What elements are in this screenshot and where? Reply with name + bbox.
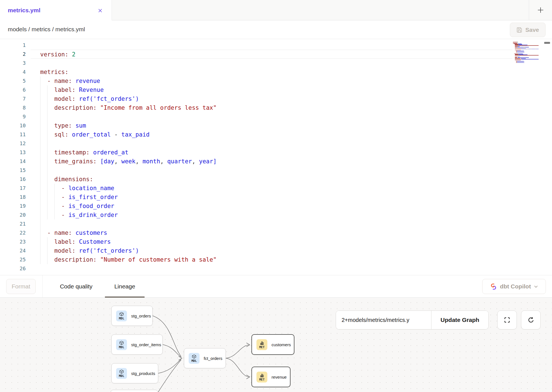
indent-guide [47,255,47,264]
line-number: 17 [0,184,31,193]
lineage-node-stg_order_items[interactable]: MDLstg_order_items [111,334,163,355]
code-line[interactable]: 24model: ref('fct_orders') [0,246,552,255]
code-editor[interactable]: 12version: 234metrics:5- name: revenue6l… [0,39,552,275]
line-number: 6 [0,85,31,94]
indent-guide [47,237,47,246]
indent-guide [40,246,40,255]
model-badge-icon: MDL [116,310,127,321]
lineage-node-stg_products[interactable]: MDLstg_products [111,363,158,383]
node-label: fct_orders [204,356,222,361]
code-line[interactable]: 4metrics: [0,68,552,77]
model-badge-icon: MDL [116,339,127,350]
tab-title: metrics.yml [8,7,40,14]
tab-code-quality[interactable]: Code quality [47,275,105,298]
line-number: 24 [0,246,31,255]
new-tab-area [529,0,552,20]
tab-metrics-yml[interactable]: metrics.yml [0,0,112,20]
dbt-copilot-icon [490,283,497,290]
file-header: models / metrics / metrics.yml Save [0,20,552,39]
indent-guide [47,139,47,148]
indent-guide [40,228,40,237]
fullscreen-button[interactable] [497,310,517,329]
code-line[interactable]: 6label: Revenue [0,85,552,94]
toolbar-divider [42,275,43,297]
indent-guide [40,85,40,94]
code-line[interactable]: 13timestamp: ordered_at [0,148,552,157]
lineage-node-stg_orders[interactable]: MDLstg_orders [111,306,153,326]
node-label: customers [272,342,291,347]
indent-guide [47,157,47,166]
indent-guide [40,175,40,184]
code-line[interactable]: 23label: Customers [0,237,552,246]
code-line[interactable]: 16dimensions: [0,175,552,184]
chevron-down-icon [534,284,538,289]
editor-tab-bar: metrics.yml [0,0,552,20]
code-line[interactable]: 22- name: customers [0,228,552,237]
dbt-copilot-button[interactable]: dbt Copilot [482,279,546,294]
indent-guide [47,175,47,184]
refresh-icon [527,316,535,324]
code-line[interactable]: 12 [0,139,552,148]
code-line[interactable]: 10type: sum [0,121,552,130]
node-label: stg_orders [131,314,151,318]
indent-guide [54,202,55,211]
code-line[interactable]: 14time_grains: [day, week, month, quarte… [0,157,552,166]
minimap[interactable] [513,41,541,63]
indent-guide [40,103,40,112]
node-label: revenue [272,375,287,379]
save-label: Save [525,27,539,33]
indent-guide [47,193,47,202]
code-line[interactable]: 3 [0,59,552,68]
code-line[interactable]: 2version: 2 [0,50,552,59]
indent-guide [47,103,47,112]
indent-guide [47,121,47,130]
line-number: 7 [0,94,31,103]
new-tab-plus-icon[interactable] [536,5,545,15]
code-line[interactable]: 11sql: order_total - tax_paid [0,130,552,139]
lineage-node-partial-node[interactable]: MDL [111,390,158,392]
format-button[interactable]: Format [6,279,36,294]
line-number: 12 [0,139,31,148]
dbt-copilot-label: dbt Copilot [500,283,531,290]
close-tab-icon[interactable] [97,7,104,14]
refresh-button[interactable] [521,310,541,329]
code-line[interactable]: 17- location_name [0,184,552,193]
indent-guide [47,130,47,139]
code-line[interactable]: 21 [0,219,552,228]
editor-scrollbar-thumb[interactable] [544,42,550,44]
code-line[interactable]: 5- name: revenue [0,77,552,85]
line-number: 23 [0,237,31,246]
model-badge-icon: MDL [189,353,200,364]
code-line[interactable]: 20- is_drink_order [0,211,552,219]
code-line[interactable]: 9 [0,112,552,121]
code-line[interactable]: 1 [0,41,552,50]
code-line[interactable]: 8description: "Income from all orders le… [0,103,552,112]
indent-guide [40,130,40,139]
code-line[interactable]: 26 [0,264,552,273]
line-number: 25 [0,255,31,264]
graph-controls: Update Graph [336,310,489,329]
lineage-canvas[interactable]: MDLstg_ordersMDLstg_order_itemsMDLstg_pr… [0,298,552,392]
model-badge-icon: MDL [116,368,127,379]
code-line[interactable]: 19- is_food_order [0,202,552,211]
breadcrumb[interactable]: models / metrics / metrics.yml [8,26,85,33]
lineage-node-fct_orders[interactable]: MDLfct_orders [184,348,226,368]
lineage-node-revenue[interactable]: METrevenue [251,367,291,387]
indent-guide [47,85,47,94]
save-button[interactable]: Save [510,23,546,37]
tab-lineage[interactable]: Lineage [105,275,145,298]
code-line[interactable]: 25description: "Number of customers with… [0,255,552,264]
node-selector-input[interactable] [336,311,431,329]
update-graph-button[interactable]: Update Graph [431,311,488,329]
indent-guide [47,246,47,255]
code-area[interactable]: 12version: 234metrics:5- name: revenue6l… [0,41,552,273]
indent-guide [47,202,47,211]
code-line[interactable]: 18- is_first_order [0,193,552,202]
line-number: 22 [0,228,31,237]
line-number: 21 [0,219,31,228]
code-line[interactable]: 15 [0,166,552,175]
indent-guide [40,148,40,157]
code-line[interactable]: 7model: ref('fct_orders') [0,94,552,103]
lineage-node-customers[interactable]: METcustomers [251,334,294,355]
editor-bottom-toolbar: Format Code quality Lineage dbt Copilot [0,275,552,298]
